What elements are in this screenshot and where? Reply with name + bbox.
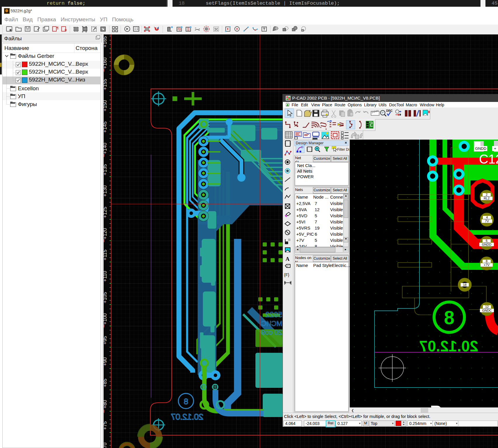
svg-text:7V: 7V <box>485 219 489 223</box>
svg-text:+80: +80 <box>104 400 108 409</box>
svg-text:+95: +95 <box>104 336 108 345</box>
svg-text:+135: +135 <box>104 164 108 175</box>
svg-text:12: 12 <box>485 305 489 308</box>
svg-text:A: A <box>285 256 290 262</box>
svg-text:GNDD: GNDD <box>482 243 491 246</box>
svg-text:+90: +90 <box>104 357 108 366</box>
svg-text:+130: +130 <box>104 185 108 197</box>
svg-text:GNDC: GNDC <box>482 309 492 312</box>
svg-text:+7V: +7V <box>484 263 490 267</box>
svg-text:{F}: {F} <box>284 272 289 277</box>
svg-text:18: 18 <box>463 283 466 286</box>
svg-text:6: 6 <box>486 239 487 242</box>
svg-text:P: P <box>430 402 442 407</box>
svg-text:GNDD: GNDD <box>475 146 486 151</box>
svg-text:5922: 5922 <box>265 310 282 319</box>
svg-text:+75: +75 <box>104 421 108 430</box>
svg-text:DRC: DRC <box>386 109 393 112</box>
svg-text:+115: +115 <box>104 249 108 260</box>
svg-text:20.12.07: 20.12.07 <box>171 412 203 421</box>
svg-text:xxxx: xxxx <box>313 137 317 140</box>
svg-text:+165: +165 <box>104 36 108 47</box>
svg-text:МСИС: МСИС <box>261 319 282 327</box>
svg-text:8: 8 <box>184 397 188 406</box>
svg-text:+85: +85 <box>104 379 108 387</box>
svg-text:20 со9: 20 со9 <box>261 328 282 336</box>
svg-text:+125: +125 <box>104 207 108 218</box>
svg-text:+70: +70 <box>104 443 108 448</box>
svg-text:20.12.07: 20.12.07 <box>419 338 478 355</box>
svg-text:RL2: RL2 <box>484 197 490 200</box>
svg-text:4: 4 <box>486 216 488 219</box>
svg-text:+105: +105 <box>104 292 108 303</box>
svg-text:+145: +145 <box>104 121 108 133</box>
svg-text:8: 8 <box>486 259 487 263</box>
svg-text:2: 2 <box>486 193 487 196</box>
svg-text:+155: +155 <box>104 79 108 90</box>
svg-text:+: + <box>494 146 496 151</box>
svg-text:+160: +160 <box>104 58 108 69</box>
svg-text:+140: +140 <box>104 143 108 154</box>
svg-text:C12: C12 <box>479 152 498 166</box>
svg-text:+110: +110 <box>104 271 108 282</box>
svg-text:+100: +100 <box>104 313 108 324</box>
svg-text:+150: +150 <box>104 100 108 111</box>
svg-text:+120: +120 <box>104 228 108 239</box>
svg-text:8: 8 <box>444 307 455 328</box>
